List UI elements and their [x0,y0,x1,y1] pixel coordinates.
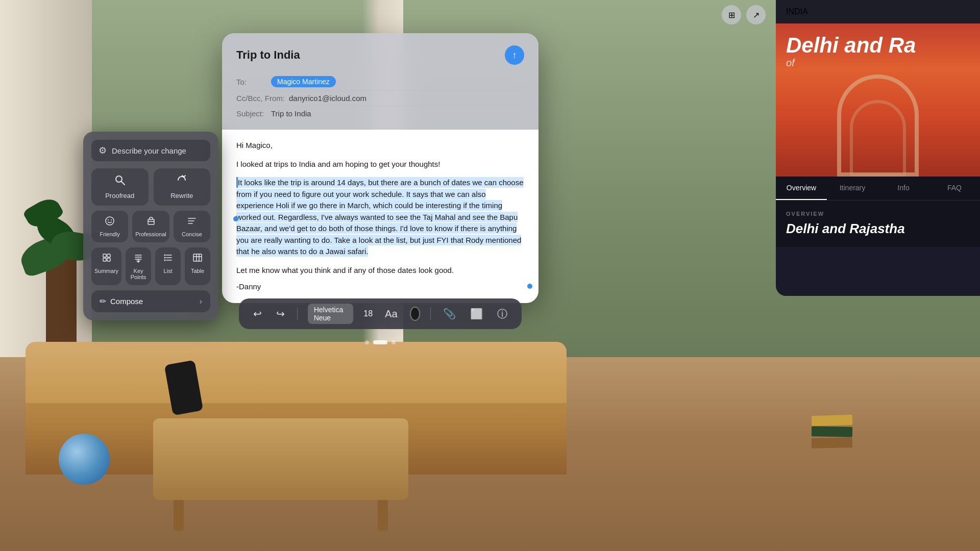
email-header: Trip to India ↑ To: Magico Martinez Cc/B… [222,33,538,130]
email-to-label: To: [236,78,267,86]
redo-button[interactable]: ↪ [274,306,287,322]
travel-nav-faq[interactable]: FAQ [929,177,980,200]
summary-label: Summary [94,268,118,274]
table-icon [192,253,203,265]
travel-subtitle: of [786,57,970,69]
book [812,437,852,448]
pagination-dot-1[interactable] [365,340,369,344]
table-label: Table [191,268,204,274]
proofread-button[interactable]: Proofread [91,168,149,206]
books-decoration [812,415,852,449]
professional-label: Professional [135,231,166,237]
professional-icon [146,216,156,229]
ai-compose-button[interactable]: ✏ Compose › [91,290,210,312]
svg-rect-12 [107,254,110,257]
window-control-button[interactable]: ⊞ [722,5,741,24]
summary-button[interactable]: Summary [91,247,121,285]
email-outro: Let me know what you think and if any of… [236,265,524,277]
email-selected-text: It looks like the trip is around 14 days… [236,177,524,257]
rewrite-label: Rewrite [170,192,193,199]
travel-nav: Overview Itinerary Info FAQ [776,177,980,201]
email-to-row: To: Magico Martinez [236,73,524,91]
info-button[interactable]: ⓘ [495,305,509,323]
font-name-display[interactable]: Helvetica Neue [308,304,354,324]
travel-nav-info[interactable]: Info [878,177,929,200]
key-points-button[interactable]: Key Points [126,247,151,285]
travel-nav-overview[interactable]: Overview [776,177,827,200]
svg-point-4 [111,219,112,220]
concise-icon [187,216,197,229]
travel-header: INDIA [776,0,980,23]
svg-point-22 [164,260,166,261]
email-toolbar: ↩ ↪ Helvetica Neue 18 Aa 📎 ⬜ ⓘ [239,298,522,329]
rewrite-button[interactable]: Rewrite [154,168,211,206]
gear-icon: ⚙ [99,145,107,156]
list-button[interactable]: List [155,247,181,285]
key-points-label: Key Points [129,268,148,280]
book [812,415,853,427]
professional-button[interactable]: Professional [132,211,169,242]
share-control-button[interactable]: ↗ [746,5,766,24]
compose-arrow-icon: › [200,297,202,306]
sofa-back [26,342,567,403]
top-controls: ⊞ ↗ [722,5,766,24]
email-body-text: Hi Magico, I looked at trips to India an… [236,140,524,293]
email-from-address: danyrico1@icloud.com [289,94,366,103]
ai-describe-placeholder: Describe your change [112,146,186,155]
coffee-table [153,418,408,500]
ai-writing-panel: ⚙ Describe your change Proofread Rewrite [83,132,218,320]
svg-rect-10 [103,254,106,257]
blue-ball-decoration [59,434,110,485]
book [812,426,852,437]
summary-icon [102,253,112,265]
ai-row-3: Summary Key Points [91,247,210,285]
pagination-dot-2-active[interactable] [373,340,387,344]
pagination-dot-3[interactable] [391,340,396,344]
email-cc-row: Cc/Bcc, From: danyrico1@icloud.com [236,91,524,106]
email-intro: I looked at trips to India and am hoping… [236,159,524,170]
email-recipient-tag[interactable]: Magico Martinez [271,76,336,87]
toolbar-divider-1 [297,308,298,320]
friendly-label: Friendly [100,231,120,237]
email-selected-paragraph: It looks like the trip is around 14 days… [236,177,524,258]
font-size-display[interactable]: 18 [363,309,373,318]
send-button[interactable]: ↑ [505,45,524,65]
text-format-button[interactable]: Aa [383,306,399,322]
friendly-button[interactable]: Friendly [91,211,128,242]
svg-point-20 [164,257,166,259]
concise-button[interactable]: Concise [174,211,210,242]
email-title-row: Trip to India ↑ [236,45,524,65]
email-subject-row: Subject: Trip to India [236,106,524,121]
svg-point-3 [108,219,109,220]
table-button[interactable]: Table [185,247,210,285]
text-color-picker[interactable] [410,307,421,321]
travel-overview-section: OVERVIEW Delhi and Rajastha [776,201,980,247]
email-greeting: Hi Magico, [236,140,524,152]
toolbar-divider-2 [430,308,431,320]
rewrite-icon [176,174,187,189]
travel-overview-title: Delhi and Rajastha [786,221,970,237]
svg-rect-11 [103,258,106,261]
list-label: List [163,268,172,274]
text-cursor-left [233,216,238,221]
travel-nav-itinerary[interactable]: Itinerary [827,177,878,200]
attachment-button[interactable]: 📎 [441,306,458,322]
svg-rect-13 [107,258,110,261]
friendly-icon [105,216,115,229]
key-points-icon [133,253,143,265]
send-arrow-icon: ↑ [512,51,517,60]
travel-panel: INDIA Delhi and Ra of Overview Itinerary… [776,0,980,296]
ai-describe-input-row[interactable]: ⚙ Describe your change [91,140,210,161]
svg-point-18 [164,255,166,256]
image-button[interactable]: ⬜ [468,306,485,322]
svg-point-0 [116,176,122,182]
email-body[interactable]: Hi Magico, I looked at trips to India an… [222,130,538,303]
ai-row-2: Friendly Professional Concise [91,211,210,242]
compose-icon: ✏ [100,296,106,306]
undo-button[interactable]: ↩ [251,306,264,322]
travel-big-title: Delhi and Ra [786,34,970,57]
email-cc-label: Cc/Bcc, From: [236,94,285,103]
email-signature: -Danny [236,281,524,293]
proofread-label: Proofread [105,192,134,199]
compose-label: Compose [110,297,143,306]
